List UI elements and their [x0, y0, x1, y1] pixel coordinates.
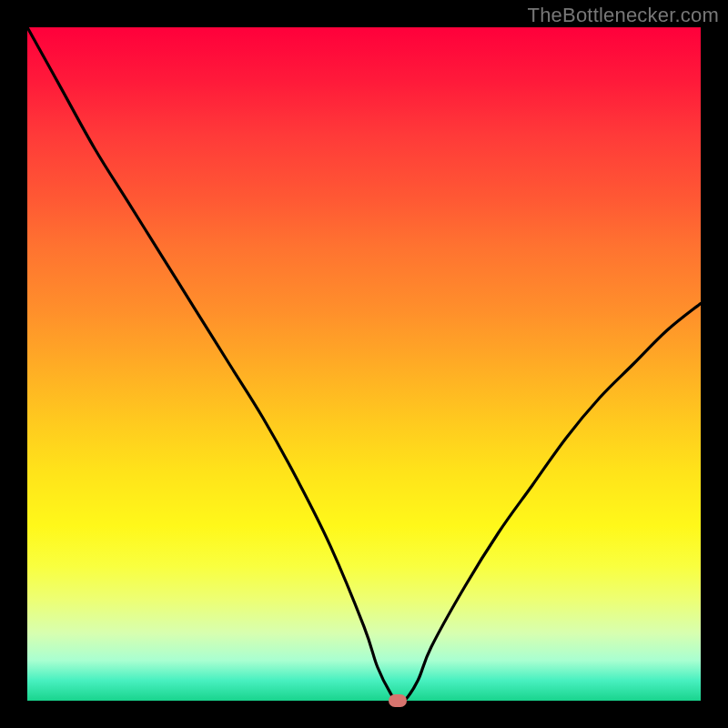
- plot-area: [27, 27, 701, 701]
- chart-frame: TheBottlenecker.com: [0, 0, 728, 728]
- watermark-label: TheBottlenecker.com: [528, 4, 719, 27]
- optimum-marker: [389, 694, 407, 707]
- bottleneck-curve: [27, 27, 701, 701]
